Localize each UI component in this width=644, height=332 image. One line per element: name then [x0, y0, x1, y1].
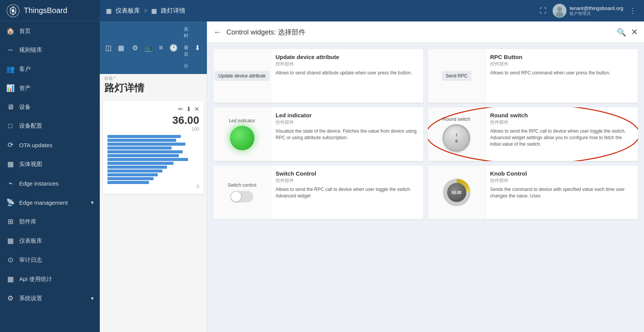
widget-item-led-indicator[interactable]: Led indicator Led indicator 控件部件 Visuali… — [213, 107, 423, 161]
topbar-right: ⛶ tenant@thingsboard.org 租户管理员 ⋮ — [538, 4, 638, 18]
led-preview-label: Led indicator — [229, 118, 255, 123]
widget-desc-rpc-button: Allows to send RPC command when user pre… — [490, 70, 633, 76]
sidebar-label-rule-chain: 规则链库 — [19, 46, 42, 54]
breadcrumb-icon2: ▦ — [151, 7, 157, 15]
avatar-info: tenant@thingsboard.org 租户管理员 — [570, 5, 623, 16]
sidebar-item-rule-chain[interactable]: ↔ 规则链库 — [0, 41, 100, 59]
edge-instances-icon: ⌁ — [6, 179, 15, 187]
breadcrumb-label2[interactable]: 路灯详情 — [161, 7, 185, 15]
sidebar-item-device-profiles[interactable]: □ 设备配置 — [0, 117, 100, 135]
sidebar-item-system-settings[interactable]: ⚙ 系统设置 ▾ — [0, 289, 100, 308]
widget-item-knob-control[interactable]: 50.00 Knob Control 控件部件 Sends the comman… — [428, 166, 638, 219]
widget-title-rpc-button: RPC Button — [490, 54, 633, 60]
knob-inner: 50.00 — [447, 183, 466, 202]
sidebar-item-api-stats[interactable]: ▦ Api 使用统计 — [0, 270, 100, 289]
grid-button[interactable]: ▦ — [116, 41, 127, 54]
download-button[interactable]: ⬇ — [192, 41, 203, 54]
widget-title-round-switch: Round switch — [490, 112, 633, 118]
switch-preview-label: Switch control — [228, 182, 256, 188]
user-role: 租户管理员 — [570, 11, 623, 16]
ws-close-button[interactable]: ✕ — [631, 27, 638, 37]
sidebar-item-widgets[interactable]: ⊞ 部件库 — [0, 212, 100, 231]
filter-button[interactable]: ≡ — [157, 41, 165, 54]
app-name: ThingsBoard — [24, 6, 67, 15]
round-switch-i: I — [456, 133, 457, 137]
widget-info-switch: Switch Control 控件部件 Allows to send the R… — [271, 166, 423, 204]
widget-min: 0 — [107, 184, 199, 189]
time-label: 实时 · 最后 · 分 — [182, 24, 191, 72]
sidebar-label-ota: OTA updates — [19, 142, 52, 148]
assets-icon: 📊 — [6, 84, 15, 92]
led-circle — [230, 126, 254, 150]
fullscreen-button[interactable]: ⛶ — [538, 5, 548, 16]
more-options-button[interactable]: ⋮ — [628, 5, 638, 16]
system-settings-icon: ⚙ — [6, 294, 15, 302]
rule-chain-icon: ↔ — [6, 46, 15, 54]
widget-subtitle-switch: 控件部件 — [276, 178, 419, 184]
topbar: ▦ 仪表板库 > ▦ 路灯详情 ⛶ tenant@thingsboard.org… — [100, 0, 644, 21]
fullscreen-dash-button[interactable]: ⛶ — [204, 41, 207, 54]
sidebar-item-audit-logs[interactable]: ⊙ 审计日志 — [0, 250, 100, 270]
widget-card: ✏ ⬇ ✕ 36.00 100 — [103, 101, 204, 194]
widget-preview-rpc-button: Send RPC — [428, 49, 485, 103]
widget-subtitle-led: 控件部件 — [276, 119, 419, 126]
widget-subtitle-rpc-button: 控件部件 — [490, 61, 633, 67]
widget-title-update-device-attr: Update device attribute — [276, 54, 419, 60]
ws-search-button[interactable]: 🔍 — [617, 28, 626, 37]
tab-label: 标题 * — [104, 76, 202, 81]
widget-desc-led: Visualize the state of the device. Fetch… — [276, 128, 419, 141]
widget-download-button[interactable]: ⬇ — [186, 105, 191, 113]
user-avatar[interactable]: tenant@thingsboard.org 租户管理员 — [553, 4, 623, 18]
breadcrumb: ▦ 仪表板库 > ▦ 路灯详情 — [106, 7, 535, 15]
ws-back-button[interactable]: ← — [213, 27, 222, 37]
devices-icon: 🖥 — [6, 103, 15, 111]
sidebar-item-devices[interactable]: 🖥 设备 — [0, 98, 100, 117]
widget-close-button[interactable]: ✕ — [194, 105, 199, 113]
switch-knob — [231, 192, 241, 202]
dashboard-title: 路灯详情 — [104, 81, 202, 95]
preview-label-update-attr: Update device attribute — [215, 71, 269, 81]
widget-item-round-switch[interactable]: Round switch I 0 Round switch 控件部件 Allow… — [428, 107, 638, 161]
knob-preview-outer: 50.00 — [443, 179, 471, 206]
sidebar-label-home: 首页 — [19, 28, 31, 35]
sidebar-item-edge-management[interactable]: 📡 Edge management ▾ — [0, 193, 100, 212]
layers-button[interactable]: ◫ — [103, 41, 114, 54]
widget-card-toolbar: ✏ ⬇ ✕ — [107, 105, 199, 113]
time-button[interactable]: 🕐 — [167, 41, 180, 54]
sidebar-label-edge-instances: Edge instances — [19, 180, 59, 187]
round-switch-preview-label: Round switch — [443, 117, 470, 122]
widget-preview-round-switch: Round switch I 0 — [428, 107, 485, 161]
entity-views-icon: ▦ — [6, 160, 15, 168]
device-profiles-icon: □ — [6, 122, 15, 130]
switch-toggle — [230, 191, 253, 202]
sidebar-item-home[interactable]: 🏠 首页 — [0, 21, 100, 41]
preview-label-rpc-btn: Send RPC — [442, 71, 471, 81]
widget-edit-button[interactable]: ✏ — [178, 105, 183, 113]
widget-info-rpc-button: RPC Button 控件部件 Allows to send RPC comma… — [485, 49, 638, 81]
sidebar-item-ota-updates[interactable]: ⟳ OTA updates — [0, 135, 100, 154]
dashboard-tv-button[interactable]: 📺 — [142, 41, 155, 54]
breadcrumb-label1[interactable]: 仪表板库 — [116, 7, 140, 15]
sidebar-item-dashboards[interactable]: ▦ 仪表板库 — [0, 231, 100, 250]
settings-button[interactable]: ⚙ — [130, 41, 140, 54]
bar-chart — [107, 135, 199, 184]
sidebar-logo: ThingsBoard — [0, 0, 100, 21]
widget-preview-update-device-attr: Update device attribute — [213, 49, 271, 103]
widget-item-update-device-attr[interactable]: Update device attribute Update device at… — [213, 49, 423, 103]
widget-info-knob: Knob Control 控件部件 Sends the command to d… — [485, 166, 638, 204]
sidebar-label-devices: 设备 — [19, 104, 31, 111]
sidebar-item-customers[interactable]: 👥 客户 — [0, 59, 100, 79]
sidebar-label-dashboards: 仪表板库 — [19, 237, 42, 245]
api-stats-icon: ▦ — [6, 275, 15, 283]
sidebar-item-assets[interactable]: 📊 资产 — [0, 79, 100, 98]
sidebar-item-entity-views[interactable]: ▦ 实体视图 — [0, 154, 100, 174]
widget-item-rpc-button[interactable]: Send RPC RPC Button 控件部件 Allows to send … — [428, 49, 638, 103]
widget-desc-round-switch: Allows to send the RPC call to device wh… — [490, 128, 633, 147]
round-switch-o: 0 — [455, 139, 457, 143]
widget-info-update-device-attr: Update device attribute 控件部件 Allows to s… — [271, 49, 423, 81]
widget-item-switch-control[interactable]: Switch control Switch Control 控件部件 Allow… — [213, 166, 423, 219]
widget-info-led: Led indicator 控件部件 Visualize the state o… — [271, 107, 423, 146]
round-switch-knob: I 0 — [443, 124, 470, 152]
widget-subtitle-round-switch: 控件部件 — [490, 119, 633, 126]
sidebar-item-edge-instances[interactable]: ⌁ Edge instances — [0, 174, 100, 193]
